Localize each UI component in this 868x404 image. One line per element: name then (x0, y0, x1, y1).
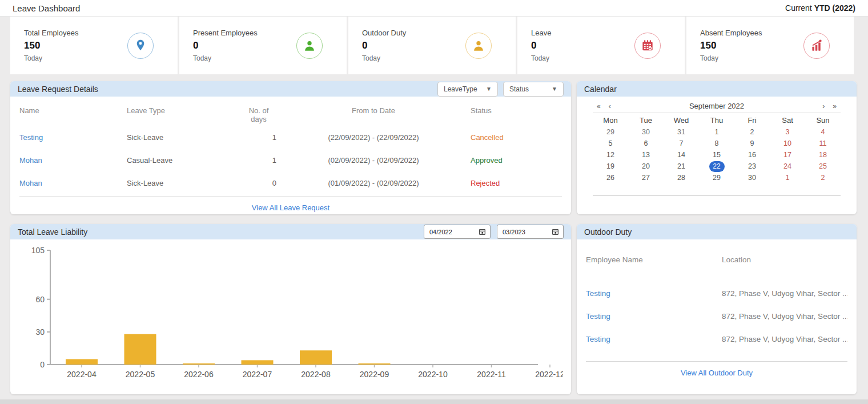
next-month-icon[interactable]: › (818, 102, 829, 110)
calendar-day[interactable]: 10 (770, 138, 805, 149)
calendar-day[interactable]: 26 (593, 172, 628, 183)
prev-month-icon[interactable]: ‹ (605, 102, 615, 110)
outdoor-duty-row: Testing 872, Phase V, Udyog Vihar, Secto… (586, 327, 847, 350)
calendar-day[interactable]: 13 (628, 149, 664, 161)
status-filter-dropdown[interactable]: Status ▼ (503, 82, 564, 97)
bar (300, 350, 332, 365)
employee-name-link[interactable]: Testing (586, 289, 610, 298)
calendar-day[interactable]: 17 (770, 149, 805, 161)
view-all-leave-request-link[interactable]: View All Leave Request (252, 203, 329, 212)
outdoor-duty-row: Testing 872, Phase V, Udyog Vihar, Secto… (586, 282, 847, 305)
calendar-day[interactable]: 6 (628, 138, 664, 149)
leave-type-filter-dropdown[interactable]: LeaveType ▼ (437, 82, 498, 97)
page-title: Leave Dashboard (13, 3, 80, 13)
leave-request-table: Name Leave Type No. of days From to Date… (10, 97, 571, 213)
panel-title: Leave Request Details (18, 85, 98, 94)
outdoor-duty-row: Testing 872, Phase V, Udyog Vihar, Secto… (586, 305, 847, 327)
calendar-icon (552, 228, 559, 235)
employee-name-link[interactable]: Mohan (19, 156, 42, 165)
calendar-day[interactable]: 4 (805, 126, 841, 138)
calendar-day[interactable]: 29 (699, 172, 734, 183)
date-range-cell: (02/09/2022) - (02/09/2022) (276, 156, 471, 165)
status-badge: Rejected (471, 179, 562, 187)
calendar-day[interactable]: 30 (628, 126, 664, 138)
calendar-day[interactable]: 9 (734, 138, 770, 149)
dashboard-header: Leave Dashboard Current YTD (2022) (0, 0, 868, 17)
calendar-day[interactable]: 25 (805, 161, 841, 172)
calendar-day[interactable]: 8 (699, 138, 734, 149)
bar-chart-svg: 030601052022-042022-052022-062022-072022… (10, 243, 563, 383)
calendar-day-name: Fri (734, 113, 770, 126)
calendar-day[interactable]: 12 (593, 149, 628, 161)
calendar-day[interactable]: 27 (628, 172, 664, 183)
leave-type-cell: Sick-Leave (127, 179, 241, 187)
leave-liability-chart: 030601052022-042022-052022-062022-072022… (10, 243, 571, 386)
x-tick-label: 2022-08 (301, 370, 331, 379)
calendar-day[interactable]: 2 (734, 126, 770, 138)
outdoor-duty-panel: Outdoor Duty Employee Name Location Test… (577, 224, 857, 394)
employee-name-link[interactable]: Testing (586, 335, 610, 343)
prev-year-icon[interactable]: « (593, 102, 605, 110)
stat-value: 0 (362, 40, 406, 51)
calendar-check-icon (634, 33, 661, 59)
x-tick-label: 2022-04 (67, 370, 97, 379)
leave-type-cell: Casual-Leave (127, 156, 241, 165)
calendar-day[interactable]: 21 (664, 161, 699, 172)
person-icon (296, 33, 323, 59)
date-from-input[interactable]: 04/2022 (424, 225, 491, 239)
calendar-day[interactable]: 2 (805, 172, 841, 183)
calendar-day-name: Wed (664, 113, 699, 126)
stat-sublabel: Today (24, 54, 78, 62)
leave-request-panel-header: Leave Request Details LeaveType ▼ Status… (10, 81, 571, 97)
table-header-row: Name Leave Type No. of days From to Date… (19, 97, 562, 126)
calendar-day[interactable]: 24 (770, 161, 805, 172)
next-year-icon[interactable]: » (829, 102, 841, 110)
calendar-day[interactable]: 20 (628, 161, 664, 172)
leave-type-cell: Sick-Leave (127, 133, 241, 142)
calendar-day[interactable]: 29 (593, 126, 628, 138)
calendar-day[interactable]: 22 (699, 161, 734, 172)
location-cell: 872, Phase V, Udyog Vihar, Sector ... (722, 289, 847, 298)
calendar-selected-day[interactable]: 22 (709, 161, 725, 172)
date-range-cell: (22/09/2022) - (22/09/2022) (276, 133, 471, 142)
calendar-day[interactable]: 23 (734, 161, 770, 172)
calendar-day[interactable]: 11 (805, 138, 841, 149)
calendar-day[interactable]: 14 (664, 149, 699, 161)
calendar-day[interactable]: 3 (770, 126, 805, 138)
outdoor-duty-panel-header: Outdoor Duty (577, 224, 857, 239)
x-tick-label: 2022-05 (126, 370, 155, 379)
calendar-day[interactable]: 16 (734, 149, 770, 161)
stat-label: Present Employees (193, 29, 258, 37)
bar (66, 359, 98, 365)
calendar-day[interactable]: 15 (699, 149, 734, 161)
stat-value: 150 (700, 40, 762, 51)
date-to-input[interactable]: 03/2023 (497, 225, 564, 239)
employee-name-link[interactable]: Testing (586, 312, 610, 321)
stat-sublabel: Today (362, 54, 406, 62)
stat-value: 0 (531, 40, 551, 51)
stat-card-leave: Leave 0 Today (517, 17, 685, 74)
bar (242, 360, 274, 365)
calendar-day[interactable]: 1 (699, 126, 734, 138)
table-row: Mohan Sick-Leave 0 (01/09/2022) - (02/09… (19, 171, 562, 194)
bar (183, 363, 215, 365)
calendar-day[interactable]: 30 (734, 172, 770, 183)
status-badge: Cancelled (471, 133, 562, 142)
calendar-day[interactable]: 5 (593, 138, 628, 149)
panel-title: Outdoor Duty (584, 227, 632, 237)
view-all-outdoor-duty-link[interactable]: View All Outdoor Duty (681, 369, 753, 377)
stat-value: 150 (24, 40, 78, 51)
calendar-day[interactable]: 28 (664, 172, 699, 183)
days-cell: 1 (241, 156, 276, 165)
calendar-day[interactable]: 19 (593, 161, 628, 172)
svg-text:0: 0 (40, 360, 45, 369)
calendar-day[interactable]: 31 (664, 126, 699, 138)
calendar-days-grid: 2930311234567891011121314151617181920212… (593, 126, 841, 183)
employee-name-link[interactable]: Testing (19, 133, 43, 142)
calendar-day[interactable]: 7 (664, 138, 699, 149)
chevron-down-icon: ▼ (486, 86, 492, 92)
table-row: Testing Sick-Leave 1 (22/09/2022) - (22/… (19, 126, 562, 149)
calendar-day[interactable]: 1 (770, 172, 805, 183)
calendar-day[interactable]: 18 (805, 149, 841, 161)
employee-name-link[interactable]: Mohan (19, 179, 42, 187)
